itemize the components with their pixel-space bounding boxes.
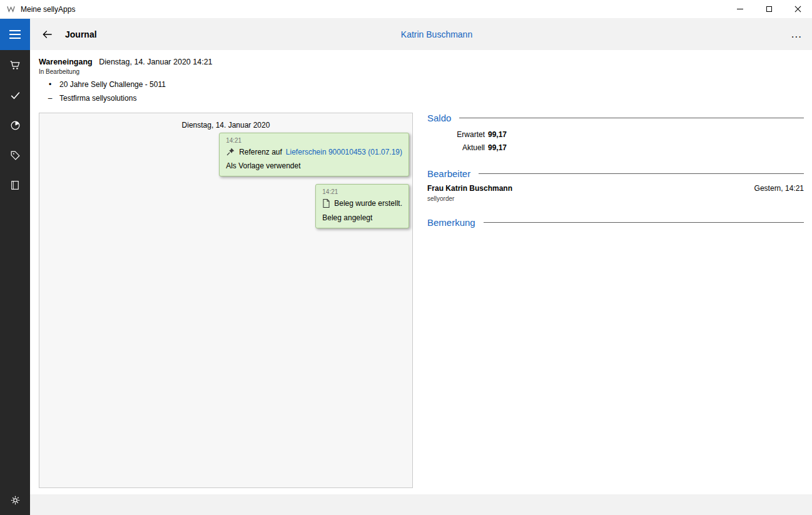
timeline-date-header: Dienstag, 14. Januar 2020 [39,121,412,130]
document-icon [322,198,330,208]
document-supplier: – Testfirma sellysolutions [39,94,812,103]
more-icon: ... [791,28,802,40]
entry-title: Beleg wurde erstellt. [334,199,402,208]
sidebar-item-orders[interactable] [0,50,30,80]
saldo-expected-row: Erwartet 99,17 [427,128,804,141]
detail-panel: Saldo Erwartet 99,17 Aktuell 99,17 Bearb… [427,113,804,233]
page-title: Journal [65,29,97,39]
minimize-icon [737,9,743,9]
bearbeiter-heading: Bearbeiter [427,168,470,179]
saldo-heading: Saldo [427,113,451,123]
check-icon [9,89,21,101]
section-bearbeiter: Bearbeiter [427,168,804,179]
section-divider [459,118,804,118]
document-header: Wareneingang Dienstag, 14. Januar 2020 1… [30,50,812,103]
pin-icon [226,147,235,156]
sidebar-item-tasks[interactable] [0,80,30,110]
close-button[interactable] [783,0,812,18]
tag-icon [9,150,21,161]
entry-note: Beleg angelegt [322,213,402,222]
entry-time: 14:21 [226,137,402,144]
document-supplier-text: Testfirma sellysolutions [59,94,136,103]
minimize-button[interactable] [726,0,754,18]
bearbeiter-time: Gestern, 14:21 [754,184,804,193]
close-icon [794,6,801,13]
gear-icon [9,494,21,506]
section-saldo: Saldo [427,113,804,123]
pie-chart-icon [9,120,21,131]
dash-icon: – [46,94,54,103]
saldo-actual-value: 99,17 [488,141,507,155]
entry-time: 14:21 [322,188,402,195]
entry-title-prefix: Referenz auf [239,148,282,156]
sidebar-item-statistics[interactable] [0,110,30,140]
section-divider [479,173,804,174]
bearbeiter-source: sellyorder [427,195,804,202]
section-divider [484,222,804,223]
maximize-button[interactable] [754,0,783,18]
back-button[interactable] [34,19,61,50]
back-arrow-icon [41,28,54,41]
bullet-icon: • [46,80,54,89]
bearbeiter-row: Frau Katrin Buschmann Gestern, 14:21 [427,184,804,193]
document-title-line: Wareneingang Dienstag, 14. Januar 2020 1… [39,58,812,66]
window-title: Meine sellyApps [21,5,75,14]
app-logo-icon [6,4,16,14]
saldo-actual-label: Aktuell [427,141,485,155]
journal-timeline: Dienstag, 14. Januar 2020 14:21 Referenz… [39,113,413,488]
document-position-text: 20 Jahre Selly Challenge - 5011 [59,80,166,89]
journal-entry-created: 14:21 Beleg wurde erstellt. Beleg angele… [315,184,409,228]
window-controls [726,0,812,18]
journal-entry-reference: 14:21 Referenz auf Lieferschein 90001045… [219,133,409,176]
header-user[interactable]: Katrin Buschmann [401,29,472,39]
cart-icon [9,59,21,71]
entry-note: Als Vorlage verwendet [226,161,402,170]
sidebar-item-offers[interactable] [0,140,30,170]
delivery-note-link[interactable]: Lieferschein 900010453 (01.07.19) [286,148,402,156]
document-datetime: Dienstag, 14. Januar 2020 14:21 [99,58,212,66]
document-position: • 20 Jahre Selly Challenge - 5011 [39,80,812,89]
document-type: Wareneingang [39,58,93,66]
bemerkung-heading: Bemerkung [427,217,475,228]
status-bar [30,494,812,515]
section-bemerkung: Bemerkung [427,217,804,228]
header: Journal Katrin Buschmann ... [30,19,812,50]
sidebar-item-settings[interactable] [0,485,30,515]
saldo-expected-label: Erwartet [427,128,485,141]
menu-button[interactable] [0,19,30,50]
saldo-actual-row: Aktuell 99,17 [427,141,804,155]
titlebar[interactable]: Meine sellyApps [0,0,812,19]
maximize-icon [766,6,772,12]
entry-title-row: Beleg wurde erstellt. [322,198,402,208]
entry-title-row: Referenz auf Lieferschein 900010453 (01.… [226,147,402,156]
sidebar [0,19,30,515]
book-icon [9,180,21,191]
sidebar-item-journal[interactable] [0,170,30,200]
document-status: In Bearbeitung [39,68,812,75]
bearbeiter-name: Frau Katrin Buschmann [427,184,512,193]
saldo-expected-value: 99,17 [488,128,507,141]
more-button[interactable]: ... [791,31,802,38]
main-content: Wareneingang Dienstag, 14. Januar 2020 1… [30,50,812,494]
